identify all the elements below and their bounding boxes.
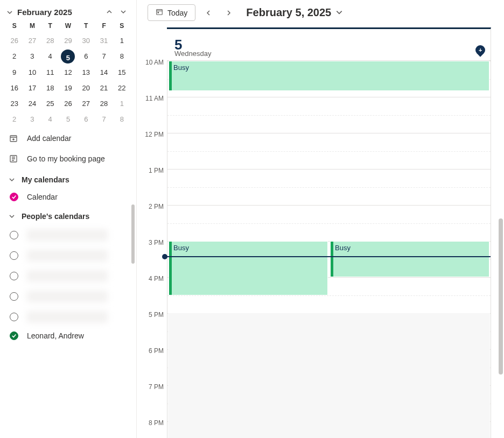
- mini-day[interactable]: 6: [77, 50, 95, 63]
- mini-day[interactable]: 9: [5, 66, 23, 79]
- peoples-calendars-header[interactable]: People's calendars: [0, 206, 136, 225]
- mini-day[interactable]: 29: [59, 34, 77, 47]
- calendar-item[interactable]: [0, 307, 136, 327]
- time-label: 2 PM: [137, 203, 167, 239]
- calendar-event[interactable]: Busy: [330, 241, 489, 277]
- hour-slot[interactable]: [167, 97, 491, 133]
- mini-dow: W: [59, 20, 77, 32]
- calendar-today-icon: [156, 8, 163, 17]
- event-title: Busy: [335, 244, 351, 252]
- mini-day[interactable]: 20: [77, 81, 95, 95]
- today-button[interactable]: Today: [148, 4, 195, 21]
- mini-day[interactable]: 28: [41, 34, 59, 47]
- mini-prev-month-icon[interactable]: [106, 8, 113, 17]
- mini-day[interactable]: 11: [41, 66, 59, 79]
- time-gutter: 10 AM11 AM12 PM1 PM2 PM3 PM4 PM5 PM6 PM7…: [137, 27, 167, 438]
- current-time-indicator: [164, 256, 491, 257]
- mini-day[interactable]: 3: [23, 112, 41, 126]
- mini-day[interactable]: 8: [113, 112, 131, 126]
- calendar-item[interactable]: [0, 245, 136, 266]
- calendar-item[interactable]: Leonard, Andrew: [0, 327, 136, 344]
- calendar-item[interactable]: [0, 286, 136, 307]
- mini-day[interactable]: 27: [77, 97, 95, 110]
- mini-day[interactable]: 7: [95, 50, 113, 63]
- date-title-text: February 5, 2025: [246, 6, 331, 19]
- mini-day[interactable]: 23: [5, 97, 23, 110]
- event-title: Busy: [173, 244, 189, 252]
- mini-day[interactable]: 26: [5, 34, 23, 47]
- time-label: 1 PM: [137, 167, 167, 203]
- mini-day[interactable]: 16: [5, 81, 23, 95]
- hour-slot[interactable]: [167, 205, 491, 241]
- mini-day[interactable]: 28: [95, 97, 113, 110]
- mini-calendar-month[interactable]: February 2025: [17, 8, 102, 17]
- mini-day[interactable]: 8: [113, 50, 131, 63]
- mini-day[interactable]: 12: [59, 66, 77, 79]
- calendar-item[interactable]: [0, 266, 136, 286]
- calendar-checkbox[interactable]: [10, 272, 18, 280]
- event-status-bar: [331, 242, 333, 277]
- mini-day[interactable]: 2: [5, 50, 23, 63]
- mini-dow: S: [5, 20, 23, 32]
- mini-day[interactable]: 4: [41, 112, 59, 126]
- event-status-bar: [169, 242, 172, 295]
- prev-day-button[interactable]: [201, 5, 216, 20]
- mini-day[interactable]: 27: [23, 34, 41, 47]
- mini-day[interactable]: 21: [95, 81, 113, 95]
- mini-day[interactable]: 15: [113, 66, 131, 79]
- calendar-event[interactable]: Busy: [169, 241, 328, 295]
- my-calendars-header[interactable]: My calendars: [0, 169, 136, 188]
- chevron-down-icon: [9, 176, 15, 183]
- calendar-checkbox[interactable]: [10, 313, 18, 321]
- mini-next-month-icon[interactable]: [120, 8, 127, 17]
- sidebar-scrollbar[interactable]: [131, 204, 135, 264]
- calendar-checkbox[interactable]: [10, 193, 18, 201]
- day-name: Wednesday: [174, 50, 211, 58]
- mini-dow: T: [41, 20, 59, 32]
- booking-icon: [9, 154, 18, 164]
- date-title[interactable]: February 5, 2025: [246, 6, 343, 19]
- mini-day[interactable]: 25: [41, 97, 59, 110]
- mini-day[interactable]: 2: [5, 112, 23, 126]
- mini-day[interactable]: 19: [59, 81, 77, 95]
- add-calendar-link[interactable]: Add calendar: [0, 128, 136, 149]
- mini-day[interactable]: 5: [61, 50, 75, 63]
- add-location-icon[interactable]: [473, 43, 487, 56]
- mini-day[interactable]: 5: [59, 112, 77, 126]
- main-scrollbar[interactable]: [499, 218, 503, 375]
- mini-day[interactable]: 24: [23, 97, 41, 110]
- mini-day[interactable]: 3: [23, 50, 41, 63]
- next-day-button[interactable]: [221, 5, 236, 20]
- booking-page-label: Go to my booking page: [27, 154, 105, 163]
- mini-day[interactable]: 6: [77, 112, 95, 126]
- mini-day[interactable]: 31: [95, 34, 113, 47]
- mini-day[interactable]: 18: [41, 81, 59, 95]
- calendar-event[interactable]: Busy: [169, 61, 489, 91]
- mini-dow: S: [113, 20, 131, 32]
- mini-day[interactable]: 1: [113, 97, 131, 110]
- mini-day[interactable]: 14: [95, 66, 113, 79]
- hour-slot[interactable]: [167, 133, 491, 169]
- booking-page-link[interactable]: Go to my booking page: [0, 149, 136, 169]
- mini-day[interactable]: 22: [113, 81, 131, 95]
- calendar-checkbox[interactable]: [10, 231, 18, 239]
- mini-day[interactable]: 10: [23, 66, 41, 79]
- mini-day[interactable]: 4: [41, 50, 59, 63]
- calendar-checkbox[interactable]: [10, 251, 18, 260]
- mini-day[interactable]: 1: [113, 34, 131, 47]
- day-grid[interactable]: BusyBusyBusy: [167, 61, 491, 438]
- calendar-item[interactable]: Calendar: [0, 188, 136, 206]
- calendar-label-redacted: [27, 250, 108, 262]
- calendar-label-redacted: [27, 270, 108, 282]
- hour-slot[interactable]: [167, 169, 491, 205]
- mini-day[interactable]: 13: [77, 66, 95, 79]
- calendar-item[interactable]: [0, 225, 136, 245]
- mini-day[interactable]: 7: [95, 112, 113, 126]
- mini-day[interactable]: 26: [59, 97, 77, 110]
- calendar-checkbox[interactable]: [10, 331, 18, 340]
- calendar-checkbox[interactable]: [10, 292, 18, 301]
- mini-day[interactable]: 17: [23, 81, 41, 95]
- mini-day[interactable]: 30: [77, 34, 95, 47]
- chevron-down-icon[interactable]: [6, 9, 13, 16]
- svg-rect-2: [157, 10, 163, 15]
